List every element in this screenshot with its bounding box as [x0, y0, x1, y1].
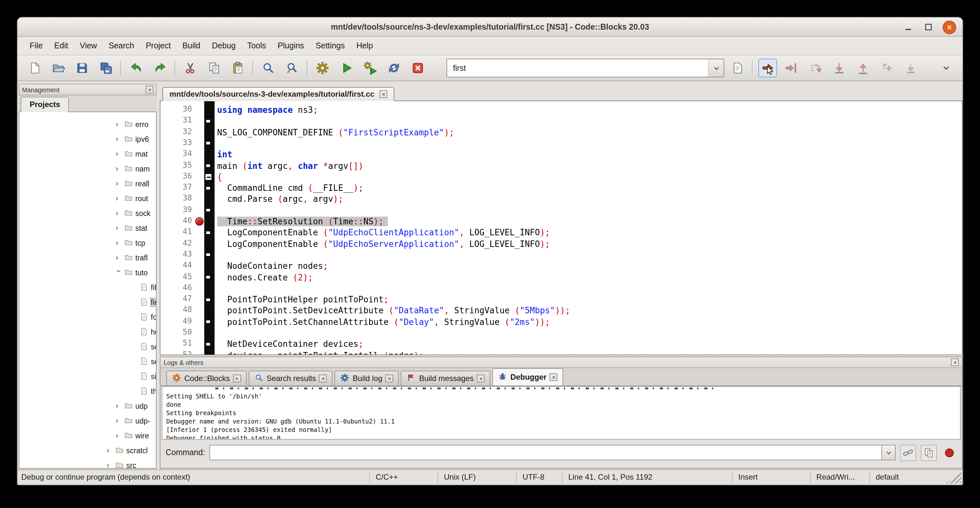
log-tab-search-results[interactable]: Search results [248, 371, 332, 385]
tree-item-six-17[interactable]: six [19, 369, 156, 384]
toolbar-overflow-button[interactable] [938, 60, 954, 76]
redo-button[interactable] [151, 59, 169, 77]
menu-file[interactable]: File [24, 37, 48, 55]
close-icon[interactable] [319, 374, 327, 382]
menu-edit[interactable]: Edit [48, 37, 74, 55]
command-input[interactable] [209, 445, 881, 460]
tree-item-ipv6-1[interactable]: ›ipv6 [19, 132, 156, 147]
paste-button[interactable] [229, 59, 247, 77]
chevron-collapsed-icon[interactable]: › [115, 195, 122, 201]
chevron-down-icon[interactable] [708, 59, 724, 77]
menu-tools[interactable]: Tools [241, 37, 272, 55]
code-line-42[interactable]: LogComponentEnable ("UdpEchoServerApplic… [217, 238, 550, 250]
chevron-collapsed-icon[interactable]: › [106, 462, 113, 468]
code-line-38[interactable]: cmd.Parse (argc, argv); [217, 194, 343, 205]
next-line-button[interactable] [806, 59, 825, 77]
chevron-collapsed-icon[interactable]: › [115, 432, 122, 439]
fold-margin[interactable] [204, 101, 215, 355]
copy-button[interactable] [205, 59, 224, 77]
command-dropdown-button[interactable] [881, 445, 896, 460]
chevron-collapsed-icon[interactable]: › [115, 417, 122, 424]
step-out-button[interactable] [854, 59, 872, 77]
tree-item-erro-0[interactable]: ›erro [19, 117, 156, 132]
run-button[interactable] [337, 59, 356, 77]
tree-item-fif-11[interactable]: fif [19, 280, 156, 295]
code-line-34[interactable]: int [217, 149, 232, 160]
menu-settings[interactable]: Settings [310, 37, 350, 55]
menu-build[interactable]: Build [177, 37, 206, 55]
code-line-37[interactable]: CommandLine cmd (__FILE__); [217, 182, 363, 194]
tree-item-trafl-9[interactable]: ›trafl [19, 250, 156, 265]
code-line-52[interactable]: devices = pointToPoint.Install (nodes); [217, 350, 424, 355]
chevron-collapsed-icon[interactable]: › [115, 180, 122, 186]
log-tab-build-messages[interactable]: Build messages [401, 371, 490, 385]
undo-button[interactable] [127, 59, 146, 77]
replace-button[interactable] [283, 59, 302, 77]
menu-debug[interactable]: Debug [206, 37, 242, 55]
copy-log-button[interactable] [921, 444, 937, 460]
code-line-32[interactable]: NS_LOG_COMPONENT_DEFINE ("FirstScriptExa… [217, 127, 454, 138]
close-icon[interactable] [477, 374, 485, 382]
code-line-44[interactable]: NodeContainer nodes; [217, 260, 328, 272]
tree-item-nam-3[interactable]: ›nam [19, 161, 156, 176]
code-line-41[interactable]: LogComponentEnable ("UdpEchoClientApplic… [217, 227, 550, 239]
breakpoint-icon[interactable] [195, 217, 204, 226]
logs-close-button[interactable] [951, 358, 959, 366]
editor-tab-close-button[interactable] [380, 90, 387, 98]
build-target-combo[interactable]: first [447, 59, 724, 77]
chevron-collapsed-icon[interactable]: › [115, 239, 122, 246]
menu-plugins[interactable]: Plugins [272, 37, 310, 55]
chevron-collapsed-icon[interactable]: › [115, 403, 122, 409]
stop-debugger-button[interactable] [941, 445, 957, 460]
tree-item-udp--20[interactable]: ›udp- [19, 413, 156, 428]
tree-item-tuto-10[interactable]: ›tuto [19, 265, 156, 280]
tree-item-reall-4[interactable]: ›reall [19, 176, 156, 191]
tree-item-mat-2[interactable]: ›mat [19, 147, 156, 161]
editor-tab-first-cc[interactable]: mnt/dev/tools/source/ns-3-dev/examples/t… [162, 87, 394, 101]
chevron-collapsed-icon[interactable]: › [106, 447, 113, 454]
build-button[interactable] [313, 59, 332, 77]
attach-button[interactable] [900, 444, 916, 460]
tree-item-se-16[interactable]: se [19, 354, 156, 369]
build-and-run-button[interactable] [361, 59, 380, 77]
code-line-36[interactable]: { [217, 172, 222, 183]
code-line-49[interactable]: pointToPoint.SetChannelAttribute ("Delay… [217, 316, 550, 328]
debugger-log[interactable]: Setting SHELL to '/bin/sh'doneSetting br… [162, 386, 961, 440]
chevron-collapsed-icon[interactable]: › [115, 121, 122, 127]
title-bar[interactable]: mnt/dev/tools/source/ns-3-dev/examples/t… [18, 18, 963, 37]
code-line-40[interactable]: Time::SetResolution (Time::NS); [217, 216, 388, 227]
chevron-collapsed-icon[interactable]: › [115, 136, 122, 142]
menu-search[interactable]: Search [103, 37, 140, 55]
step-into-instruction-button[interactable] [901, 59, 920, 77]
tree-item-th-18[interactable]: th [19, 384, 156, 398]
code-line-45[interactable]: nodes.Create (2); [217, 272, 313, 283]
maximize-button[interactable] [923, 21, 934, 33]
save-all-button[interactable] [97, 59, 115, 77]
tree-item-stat-7[interactable]: ›stat [19, 220, 156, 235]
close-icon[interactable] [550, 373, 557, 381]
find-button[interactable] [259, 59, 278, 77]
code-editor[interactable]: 3031323334353637383940414243444546474849… [160, 101, 963, 355]
tree-item-udp-19[interactable]: ›udp [19, 398, 156, 413]
chevron-collapsed-icon[interactable]: › [115, 225, 122, 231]
code-line-48[interactable]: pointToPoint.SetDeviceAttribute ("DataRa… [217, 305, 570, 317]
tree-item-scratcl-22[interactable]: ›scratcl [19, 443, 156, 458]
menu-project[interactable]: Project [140, 37, 177, 55]
chevron-expanded-icon[interactable]: › [115, 269, 122, 275]
close-button[interactable] [943, 20, 956, 34]
menu-help[interactable]: Help [350, 37, 379, 55]
code-line-51[interactable]: NetDeviceContainer devices; [217, 339, 363, 350]
log-tab-build-log[interactable]: Build log [335, 371, 399, 385]
code-line-35[interactable]: main (int argc, char *argv[]) [217, 160, 363, 172]
new-file-button[interactable] [25, 59, 44, 77]
chevron-collapsed-icon[interactable]: › [115, 166, 122, 172]
resize-grip[interactable] [947, 471, 961, 484]
chevron-collapsed-icon[interactable]: › [115, 210, 122, 216]
tree-item-sock-6[interactable]: ›sock [19, 205, 156, 220]
code-line-47[interactable]: PointToPointHelper pointToPoint; [217, 294, 388, 305]
step-into-button[interactable] [830, 59, 849, 77]
log-tab-debugger[interactable]: Debugger [492, 368, 563, 385]
menu-view[interactable]: View [74, 37, 103, 55]
close-icon[interactable] [386, 374, 393, 382]
run-to-cursor-button[interactable] [782, 59, 801, 77]
